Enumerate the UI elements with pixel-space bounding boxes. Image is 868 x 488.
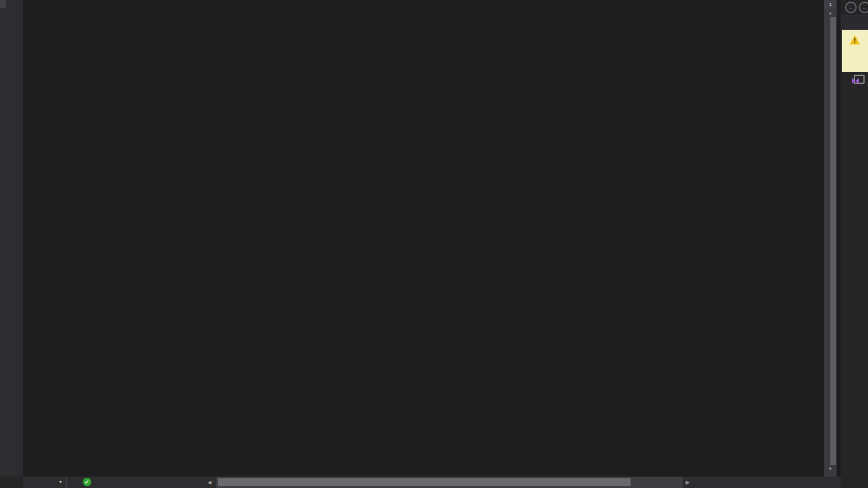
editor-vertical-scrollbar[interactable]: ↧ ▲ ▼ [824,0,837,477]
sync-active-document-icon[interactable] [854,75,865,84]
left-dock-strip [0,0,23,477]
editor-horizontal-scrollbar[interactable] [216,477,683,488]
solution-search-input[interactable] [841,15,868,30]
editor-status-bar: ▾ ✔ ◀ ▶ [0,477,868,488]
no-issues-check-icon[interactable]: ✔ [83,478,91,486]
hscrollbar-thumb[interactable] [218,478,631,486]
hscroll-right-arrow[interactable]: ▶ [684,477,692,488]
editor-split-handle[interactable]: ↧ [824,0,837,9]
corner-box [0,0,6,8]
solution-explorer-panel: ← ← [841,0,868,477]
scroll-down-arrow[interactable]: ▼ [824,466,837,471]
forward-button[interactable]: ← [859,2,868,13]
solution-explorer-toolbar [841,72,868,87]
chevron-down-icon: ▾ [59,477,62,487]
warning-infobar [842,30,868,72]
zoom-level-select[interactable]: ▾ [23,477,67,488]
visual-studio-editor-window: ↧ ▲ ▼ ← ← ▾ ✔ ◀ [0,0,868,488]
code-editor[interactable] [23,0,824,477]
status-bar-right-block [841,477,868,488]
status-bar-left-block [0,477,23,488]
scrollbar-thumb[interactable] [830,17,836,465]
sync-icon-bowtie [855,78,859,84]
scroll-up-arrow[interactable]: ▲ [824,10,837,15]
back-button[interactable]: ← [845,2,857,13]
warning-icon [850,35,860,44]
panel-separator [837,0,841,477]
hscroll-left-arrow[interactable]: ◀ [205,477,213,488]
